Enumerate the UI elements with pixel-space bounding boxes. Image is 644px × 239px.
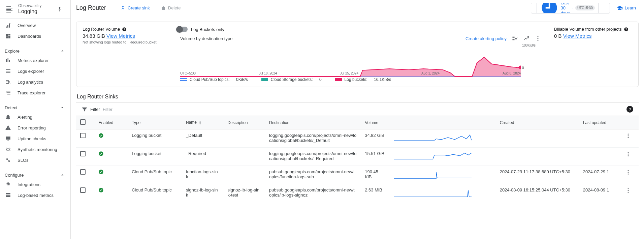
caret-down-icon (572, 6, 573, 10)
table-row: Cloud Pub/Sub topicfunction-logs-sinkpub… (76, 166, 639, 184)
cell-type: Logging bucket (128, 148, 182, 166)
row-menu-icon[interactable] (625, 151, 631, 157)
time-range-button[interactable]: Last 30 days UTC+5:30 (537, 3, 598, 13)
row-menu-icon[interactable] (625, 169, 631, 175)
cell-type: Cloud Pub/Sub topic (128, 184, 182, 202)
expand-chart-icon[interactable] (523, 35, 529, 41)
enabled-check-icon (98, 151, 104, 156)
cell-created (496, 148, 579, 166)
sidebar-item-integrations[interactable]: Integrations (0, 179, 70, 190)
create-sink-button[interactable]: Create sink (117, 3, 153, 13)
filter-label: Filter (90, 107, 100, 112)
svg-point-26 (628, 192, 629, 193)
view-metrics-link-billable[interactable]: View Metrics (563, 33, 592, 39)
sidebar-section-explore[interactable]: Explore (0, 44, 70, 55)
clock-icon (540, 3, 558, 13)
sidebar-header: Observability Logging (0, 0, 70, 19)
cell-destination: pubsub.googleapis.com/projects/omni-new/… (265, 184, 361, 202)
help-icon[interactable]: ? (624, 27, 629, 32)
help-icon[interactable]: ? (122, 27, 127, 32)
column-last-updated[interactable]: Last updated (579, 116, 621, 129)
summary-card: Log Router Volume ? 34.83 GiB View Metri… (76, 22, 639, 87)
chart-title: Volume by destination type (180, 36, 232, 41)
svg-point-21 (628, 172, 629, 173)
learn-button[interactable]: Learn (614, 5, 639, 11)
cell-destination: logging.googleapis.com/projects/omni-new… (265, 129, 361, 148)
cell-description: signoz-lb-log-sink-test (223, 184, 265, 202)
row-checkbox[interactable] (80, 151, 86, 156)
column-destination[interactable]: Destination (265, 116, 361, 129)
row-checkbox[interactable] (80, 133, 86, 138)
cell-description (223, 166, 265, 184)
sidebar-item-logs-explorer[interactable]: Logs explorer (0, 66, 70, 77)
sidebar-item-slos[interactable]: SLOs (0, 155, 70, 166)
legend-pubsub: Cloud Pub/Sub topics: 0KiB/s (180, 77, 248, 82)
pin-icon[interactable] (54, 4, 65, 14)
column-enabled[interactable]: Enabled (94, 116, 128, 129)
chevron-up-icon (60, 48, 65, 54)
sidebar-item-log-analytics[interactable]: Log analytics (0, 77, 70, 87)
toggle-label: Log Buckets only (191, 27, 224, 32)
sidebar-item-log-based-metrics[interactable]: Log-based metrics (0, 190, 70, 201)
row-menu-icon[interactable] (625, 133, 631, 139)
enabled-check-icon (98, 133, 104, 138)
filter-input[interactable] (103, 107, 624, 112)
sidebar-item-overview[interactable]: Overview (0, 20, 70, 31)
sidebar-label-overview: Overview (18, 23, 36, 28)
column-type[interactable]: Type (128, 116, 182, 129)
sidebar-item-trace-explorer[interactable]: Trace explorer (0, 87, 70, 98)
main: Log Router Create sink Delete Last 30 da… (71, 0, 644, 239)
topbar: Log Router Create sink Delete Last 30 da… (71, 0, 644, 16)
column-name[interactable]: Name (182, 116, 224, 129)
row-checkbox[interactable] (80, 187, 86, 193)
trash-icon (161, 5, 166, 11)
more-vert-icon[interactable] (535, 35, 541, 41)
filter-help-icon[interactable]: ? (626, 106, 633, 113)
timezone-badge: UTC+5:30 (575, 5, 595, 10)
cell-name: _Required (182, 148, 224, 166)
delete-button: Delete (157, 3, 184, 13)
sidebar-item-synthetic-monitoring[interactable]: Synthetic monitoring (0, 144, 70, 155)
cell-created: 2024-07-29 11:17:38.680 UTC+5:30 (496, 166, 579, 184)
legend-buckets: Log buckets: 16.1KiB/s (335, 77, 391, 82)
nodes-icon (5, 146, 11, 153)
content: Log Router Volume ? 34.83 GiB View Metri… (71, 16, 644, 239)
merge-arrow-icon (120, 5, 126, 11)
slo-icon (5, 157, 11, 163)
select-all-checkbox[interactable] (80, 119, 86, 125)
cell-created (496, 129, 579, 148)
time-range-selector: Last 30 days UTC+5:30 (531, 3, 610, 13)
overview-icon (5, 22, 11, 29)
table-row: Logging bucket_Defaultlogging.googleapis… (76, 129, 639, 148)
time-prev-button[interactable] (531, 3, 537, 13)
sidebar-section-detect[interactable]: Detect (0, 101, 70, 112)
svg-text:?: ? (625, 28, 627, 31)
sidebar-item-dashboards[interactable]: Dashboards (0, 31, 70, 41)
sidebar-item-uptime-checks[interactable]: Uptime checks (0, 133, 70, 144)
column-created[interactable]: Created (496, 116, 579, 129)
trace-icon (5, 89, 11, 96)
sidebar-item-alerting[interactable]: Alerting (0, 112, 70, 122)
column-description[interactable]: Description (223, 116, 265, 129)
sidebar: Observability Logging Overview Dashboard… (0, 0, 71, 239)
log-buckets-only-toggle[interactable] (177, 27, 188, 32)
create-alerting-policy-link[interactable]: Create alerting policy (465, 36, 507, 41)
time-zoom-button[interactable] (598, 3, 604, 13)
legend-toggle-icon[interactable] (512, 35, 518, 41)
product-title: Logging (18, 8, 54, 15)
analytics-icon (5, 79, 11, 85)
summary-billable-value: 0 B (554, 33, 562, 39)
graduation-cap-icon (617, 5, 623, 11)
row-checkbox[interactable] (80, 169, 86, 175)
cell-created: 2024-08-09 16:15:25.044 UTC+5:30 (496, 184, 579, 202)
view-metrics-link[interactable]: View Metrics (106, 33, 135, 39)
row-menu-icon[interactable] (625, 187, 631, 193)
cell-description (223, 129, 265, 148)
column-volume[interactable]: Volume (361, 116, 390, 129)
sidebar-section-configure[interactable]: Configure (0, 168, 70, 179)
sidebar-item-error-reporting[interactable]: Error reporting (0, 122, 70, 133)
time-next-button[interactable] (604, 3, 610, 13)
cell-volume: 190.45 KiB (361, 166, 390, 184)
sidebar-item-metrics-explorer[interactable]: Metrics explorer (0, 55, 70, 66)
cell-updated: 2024-08-09 1 (579, 184, 621, 202)
